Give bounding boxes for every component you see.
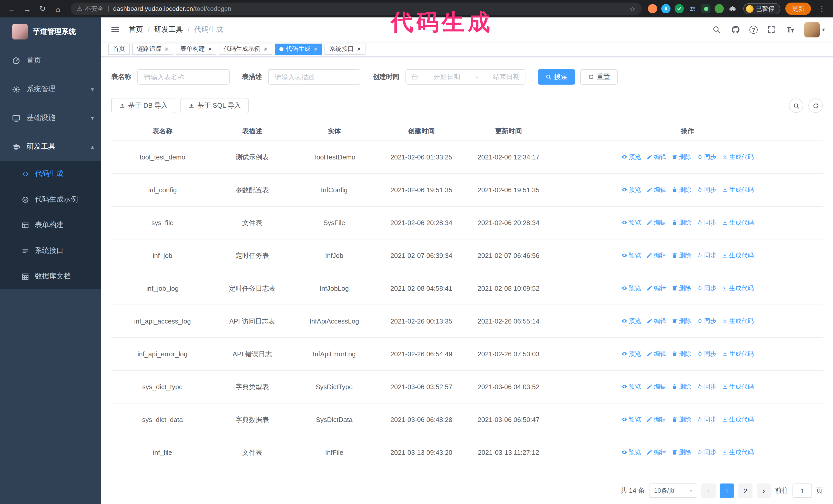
- next-page-button[interactable]: ›: [757, 483, 771, 498]
- action-delete-button[interactable]: 删除: [671, 317, 691, 326]
- action-edit-button[interactable]: 编辑: [646, 350, 666, 358]
- action-delete-button[interactable]: 删除: [671, 350, 691, 358]
- sidebar-item-system-api[interactable]: 系统接口: [0, 238, 101, 264]
- breadcrumb-item[interactable]: 首页: [129, 25, 143, 34]
- bookmark-star-icon[interactable]: ☆: [630, 5, 636, 13]
- browser-update-button[interactable]: 更新: [785, 3, 811, 15]
- sidebar-item-system[interactable]: 系统管理▾: [0, 75, 101, 103]
- tab-close-icon[interactable]: ×: [208, 46, 212, 52]
- toggle-search-button[interactable]: [789, 98, 803, 113]
- import-sql-button[interactable]: 基于 SQL 导入: [181, 98, 249, 113]
- search-button[interactable]: 搜索: [538, 69, 575, 85]
- action-generate-code-button[interactable]: 生成代码: [721, 448, 754, 457]
- page-size-select[interactable]: 10条/页 ▾: [649, 483, 697, 498]
- hamburger-icon[interactable]: [109, 24, 120, 35]
- url-text[interactable]: dashboard.yudao.iocoder.cn/tool/codegen: [113, 5, 232, 12]
- action-edit-button[interactable]: 编辑: [646, 186, 666, 194]
- action-delete-button[interactable]: 删除: [671, 218, 691, 227]
- action-generate-code-button[interactable]: 生成代码: [721, 218, 754, 227]
- action-generate-code-button[interactable]: 生成代码: [721, 186, 754, 194]
- action-sync-button[interactable]: 同步: [696, 448, 716, 457]
- people-icon[interactable]: [688, 4, 697, 13]
- action-delete-button[interactable]: 删除: [671, 251, 691, 260]
- puzzle-icon[interactable]: [728, 4, 737, 13]
- action-preview-button[interactable]: 预览: [621, 317, 641, 326]
- reset-button[interactable]: 重置: [580, 69, 618, 85]
- action-sync-button[interactable]: 同步: [696, 383, 716, 391]
- table-name-input[interactable]: [137, 69, 230, 85]
- action-preview-button[interactable]: 预览: [621, 186, 641, 194]
- action-sync-button[interactable]: 同步: [696, 251, 716, 260]
- action-sync-button[interactable]: 同步: [696, 186, 716, 194]
- page-button-2[interactable]: 2: [738, 483, 753, 498]
- sidebar-item-codegen[interactable]: 代码生成: [0, 161, 101, 187]
- prev-page-button[interactable]: ‹: [701, 483, 716, 498]
- tab-代码生成[interactable]: 代码生成×: [275, 43, 322, 55]
- action-edit-button[interactable]: 编辑: [646, 251, 666, 260]
- action-delete-button[interactable]: 删除: [671, 383, 691, 391]
- browser-back-button[interactable]: ←: [5, 2, 19, 16]
- drop-icon[interactable]: [661, 4, 670, 13]
- logo[interactable]: 芋道管理系统: [0, 18, 101, 46]
- tab-首页[interactable]: 首页: [108, 43, 130, 55]
- fox-icon[interactable]: [648, 4, 657, 13]
- help-icon[interactable]: ?: [749, 25, 758, 33]
- action-generate-code-button[interactable]: 生成代码: [721, 153, 754, 162]
- action-sync-button[interactable]: 同步: [696, 218, 716, 227]
- refresh-list-button[interactable]: [808, 98, 823, 113]
- action-delete-button[interactable]: 删除: [671, 284, 691, 293]
- date-range-picker[interactable]: 开始日期 - 结束日期: [405, 69, 525, 85]
- action-preview-button[interactable]: 预览: [621, 383, 641, 391]
- address-bar[interactable]: ⚠ 不安全 dashboard.yudao.iocoder.cn/tool/co…: [71, 3, 642, 15]
- browser-menu-button[interactable]: ⋮: [816, 4, 828, 13]
- action-generate-code-button[interactable]: 生成代码: [721, 251, 754, 260]
- action-preview-button[interactable]: 预览: [621, 284, 641, 293]
- tab-close-icon[interactable]: ×: [357, 46, 361, 52]
- import-db-button[interactable]: 基于 DB 导入: [111, 98, 175, 113]
- breadcrumb-item[interactable]: 研发工具: [154, 25, 183, 34]
- table-desc-input[interactable]: [268, 69, 360, 85]
- font-size-icon[interactable]: [785, 24, 795, 34]
- fullscreen-icon[interactable]: [766, 24, 777, 34]
- tab-代码生成示例[interactable]: 代码生成示例×: [219, 43, 272, 55]
- action-preview-button[interactable]: 预览: [621, 350, 641, 358]
- action-edit-button[interactable]: 编辑: [646, 284, 666, 293]
- action-preview-button[interactable]: 预览: [621, 218, 641, 227]
- action-preview-button[interactable]: 预览: [621, 251, 641, 260]
- action-delete-button[interactable]: 删除: [671, 186, 691, 194]
- action-delete-button[interactable]: 删除: [671, 415, 691, 424]
- browser-reload-button[interactable]: ↻: [36, 2, 49, 16]
- avatar[interactable]: [804, 22, 820, 37]
- action-generate-code-button[interactable]: 生成代码: [721, 317, 754, 326]
- tab-close-icon[interactable]: ×: [263, 46, 267, 52]
- action-edit-button[interactable]: 编辑: [646, 218, 666, 227]
- action-sync-button[interactable]: 同步: [696, 317, 716, 326]
- page-button-1[interactable]: 1: [720, 483, 734, 498]
- leaf-icon[interactable]: [715, 4, 724, 13]
- action-edit-button[interactable]: 编辑: [646, 317, 666, 326]
- search-icon[interactable]: [712, 24, 722, 34]
- action-sync-button[interactable]: 同步: [696, 153, 716, 162]
- action-generate-code-button[interactable]: 生成代码: [721, 350, 754, 358]
- tab-close-icon[interactable]: ×: [314, 46, 317, 52]
- power-icon[interactable]: [701, 4, 711, 13]
- tab-表单构建[interactable]: 表单构建×: [175, 43, 216, 55]
- sidebar-item-home[interactable]: 首页: [0, 46, 101, 75]
- action-edit-button[interactable]: 编辑: [646, 448, 666, 457]
- browser-home-button[interactable]: ⌂: [51, 2, 65, 16]
- verified-icon[interactable]: [674, 4, 684, 13]
- action-generate-code-button[interactable]: 生成代码: [721, 415, 754, 424]
- goto-page-input[interactable]: [792, 483, 812, 498]
- tab-close-icon[interactable]: ×: [165, 46, 168, 52]
- sidebar-item-infra[interactable]: 基础设施▾: [0, 103, 101, 132]
- action-edit-button[interactable]: 编辑: [646, 153, 666, 162]
- browser-forward-button[interactable]: →: [21, 2, 34, 16]
- action-generate-code-button[interactable]: 生成代码: [721, 383, 754, 391]
- action-preview-button[interactable]: 预览: [621, 153, 641, 162]
- action-delete-button[interactable]: 删除: [671, 448, 691, 457]
- user-menu[interactable]: ▾: [804, 22, 825, 37]
- sidebar-item-db-doc[interactable]: 数据库文档: [0, 264, 101, 289]
- action-sync-button[interactable]: 同步: [696, 284, 716, 293]
- paused-badge[interactable]: 已暂停: [743, 3, 780, 14]
- action-delete-button[interactable]: 删除: [671, 153, 691, 162]
